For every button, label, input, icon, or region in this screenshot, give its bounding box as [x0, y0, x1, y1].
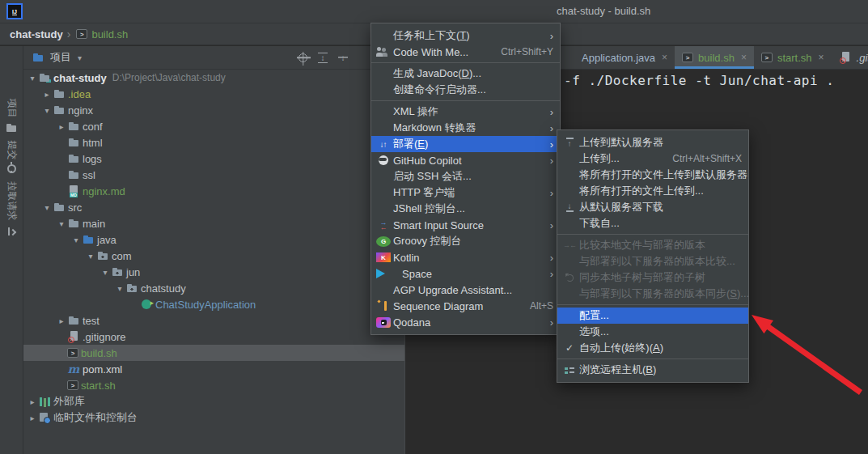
- tree-chevron-icon[interactable]: [27, 74, 38, 83]
- code-line[interactable]: -f ./Dockerfile -t Jun/chat-api .: [564, 73, 834, 88]
- editor-tab-label: start.sh: [777, 52, 812, 64]
- menu-item[interactable]: 同步本地子树与部署的子树: [557, 269, 748, 286]
- tree-row[interactable]: java: [23, 231, 404, 248]
- editor-tab[interactable]: start.sh: [754, 46, 832, 69]
- breadcrumb-file[interactable]: build.sh: [91, 28, 128, 40]
- menu-item[interactable]: Qodana: [371, 314, 560, 330]
- collapse-all-button[interactable]: [338, 51, 348, 64]
- editor-tab-label: build.sh: [698, 52, 735, 64]
- chevron-down-icon[interactable]: [78, 53, 82, 62]
- tree-row[interactable]: logs: [23, 151, 404, 167]
- menu-item[interactable]: Groovy 控制台: [371, 233, 560, 249]
- menu-item-label: GitHub Copilot: [393, 155, 462, 167]
- tab-close-icon[interactable]: [662, 52, 667, 63]
- breadcrumb-project[interactable]: chat-study: [10, 28, 63, 40]
- editor-tab[interactable]: .gitignore: [832, 46, 868, 69]
- menu-item[interactable]: Smart Input Source: [371, 217, 560, 233]
- tree-chevron-icon[interactable]: [41, 90, 53, 99]
- tree-row[interactable]: nginx.md: [23, 183, 404, 199]
- menu-item-label: 自动上传(始终)(A): [579, 341, 663, 355]
- tree-row[interactable]: 外部库: [23, 393, 404, 409]
- tree-row[interactable]: jun: [23, 264, 404, 280]
- libs-icon: [38, 395, 51, 408]
- menu-item[interactable]: 将所有打开的文件上传到...: [557, 183, 748, 199]
- menu-item[interactable]: 生成 JavaDoc(D)...: [371, 66, 560, 82]
- menu-item-label: Markdown 转换器: [393, 121, 476, 135]
- menu-item[interactable]: Markdown 转换器: [371, 120, 560, 136]
- tree-chevron-icon[interactable]: [56, 219, 67, 228]
- menu-item[interactable]: GitHub Copilot: [371, 152, 560, 168]
- tree-row[interactable]: 临时文件和控制台: [23, 409, 404, 426]
- tree-row[interactable]: main: [23, 215, 404, 231]
- tree-row[interactable]: ChatStudyApplication: [23, 296, 404, 312]
- menu-item[interactable]: XML 操作: [371, 104, 560, 120]
- tree-row[interactable]: conf: [23, 118, 404, 134]
- pull-request-icon[interactable]: [0, 224, 23, 239]
- tree-item-label: com: [112, 250, 132, 262]
- menu-item[interactable]: Kotlin: [371, 249, 560, 265]
- menu-item[interactable]: 下载自...: [557, 215, 748, 231]
- tree-chevron-icon[interactable]: [85, 252, 96, 261]
- activity-bar: 项目 提交 拉取请求: [0, 46, 23, 454]
- tree-chevron-icon[interactable]: [114, 284, 125, 293]
- tree-chevron-icon[interactable]: [56, 122, 67, 131]
- project-panel-header: 项目: [23, 46, 404, 70]
- locate-file-button[interactable]: [299, 53, 307, 62]
- tool-window-button-project[interactable]: 项目: [0, 95, 23, 121]
- menu-item[interactable]: 与部署到以下服务器的版本同步(S)...: [557, 286, 748, 302]
- menu-item[interactable]: 创建命令行启动器...: [371, 82, 560, 98]
- menu-item[interactable]: 自动上传(始终)(A): [557, 340, 748, 356]
- tab-close-icon[interactable]: [819, 52, 824, 63]
- menu-item[interactable]: AGP Upgrade Assistant...: [371, 282, 560, 298]
- tree-chevron-icon[interactable]: [41, 203, 53, 212]
- deployment-submenu: 上传到默认服务器 上传到... Ctrl+Alt+Shift+X 将所有打开的文…: [557, 129, 749, 383]
- tree-chevron-icon[interactable]: [41, 106, 53, 115]
- menu-item[interactable]: 将所有打开的文件上传到默认服务器: [557, 167, 748, 183]
- tree-chevron-icon[interactable]: [100, 268, 111, 277]
- menu-item[interactable]: Sequence Diagram Alt+S: [371, 298, 560, 314]
- tab-close-icon[interactable]: [741, 52, 747, 63]
- menu-item[interactable]: 比较本地文件与部署的版本: [557, 237, 748, 253]
- tree-row[interactable]: nginx: [23, 102, 404, 118]
- tree-chevron-icon[interactable]: [70, 235, 82, 244]
- menu-item[interactable]: HTTP 客户端: [371, 185, 560, 201]
- tool-window-button-pull-requests[interactable]: 拉取请求: [0, 178, 23, 223]
- menu-item[interactable]: JShell 控制台...: [371, 201, 560, 217]
- menu-item[interactable]: 任务和上下文(T): [371, 28, 560, 44]
- tree-chevron-icon[interactable]: [56, 316, 67, 325]
- tree-row[interactable]: .idea: [23, 86, 404, 102]
- menu-item[interactable]: 启动 SSH 会话...: [371, 168, 560, 185]
- package-icon: [125, 282, 138, 295]
- menu-item[interactable]: Space: [371, 265, 560, 282]
- gitignore-icon: [67, 330, 80, 343]
- tree-row[interactable]: com: [23, 248, 404, 264]
- tree-row[interactable]: pom.xml: [23, 361, 404, 377]
- expand-all-button[interactable]: [318, 53, 328, 63]
- menu-item[interactable]: 与部署到以下服务器的版本比较...: [557, 253, 748, 269]
- tree-row[interactable]: .gitignore: [23, 329, 404, 345]
- tree-row[interactable]: chatstudy: [23, 280, 404, 296]
- menu-item[interactable]: 从默认服务器下载: [557, 199, 748, 215]
- tree-row[interactable]: chat-study D:\Project\Java\chat-study: [23, 70, 404, 86]
- menu-item[interactable]: 配置...: [557, 308, 748, 324]
- editor-tab[interactable]: build.sh: [675, 46, 754, 69]
- tree-row[interactable]: build.sh: [23, 345, 404, 361]
- menu-item[interactable]: 上传到... Ctrl+Alt+Shift+X: [557, 151, 748, 167]
- menu-item[interactable]: 浏览远程主机(B): [557, 362, 748, 378]
- tree-chevron-icon[interactable]: [27, 414, 38, 422]
- menu-item[interactable]: 上传到默认服务器: [557, 134, 748, 151]
- tool-window-button-commit[interactable]: 提交: [0, 137, 23, 163]
- menu-item[interactable]: Code With Me... Ctrl+Shift+Y: [371, 44, 560, 60]
- menu-item[interactable]: 部署(E): [371, 136, 560, 152]
- folder-icon[interactable]: [0, 121, 23, 135]
- menu-item[interactable]: 选项...: [557, 324, 748, 340]
- tree-chevron-icon[interactable]: [27, 397, 38, 406]
- tree-row[interactable]: start.sh: [23, 377, 404, 393]
- tree-row[interactable]: test: [23, 312, 404, 329]
- commit-icon[interactable]: [0, 161, 23, 176]
- tree-row[interactable]: html: [23, 134, 404, 151]
- shell-icon: [67, 348, 78, 358]
- editor-tab[interactable]: Application.java: [557, 46, 675, 69]
- tree-row[interactable]: ssl: [23, 167, 404, 183]
- tree-row[interactable]: src: [23, 199, 404, 215]
